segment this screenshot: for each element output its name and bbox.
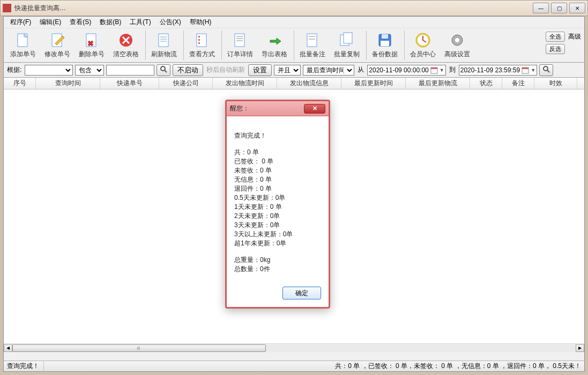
scroll-left-icon[interactable]: ◀ [4, 344, 12, 352]
menu-view[interactable]: 查看(S) [65, 17, 95, 28]
toolbar-batch-copy[interactable]: 批量复制 [330, 31, 364, 60]
menu-program[interactable]: 程序(F) [6, 17, 35, 28]
toolbar-settings[interactable]: 高级设置 [440, 31, 474, 60]
status-left: 查询完成！ [7, 362, 44, 371]
filter-search-button[interactable] [539, 64, 553, 76]
window-title: 快递批量查询高… [14, 4, 531, 13]
horizontal-scrollbar[interactable]: ◀ ▶ [4, 343, 584, 352]
toolbar-backup[interactable]: 备份数据 [366, 31, 402, 60]
toolbar-edit[interactable]: 修改单号 [40, 31, 75, 60]
from-label: 从 [356, 65, 365, 74]
toolbar-view[interactable]: 查看方式 [183, 31, 219, 60]
chevron-down-icon: ▼ [531, 68, 535, 73]
dialog-line: 共：0 单 [234, 148, 321, 157]
invert-selection-button[interactable]: 反选 [546, 44, 565, 54]
col-remark[interactable]: 备注 [502, 78, 534, 89]
col-status[interactable]: 状态 [470, 78, 502, 89]
toolbar-detail[interactable]: 订单详情 [221, 31, 257, 60]
svg-rect-31 [431, 68, 437, 69]
toolbar-batch-note[interactable]: 批量备注 [294, 31, 330, 60]
toolbar-export[interactable]: 导出表格 [257, 31, 292, 60]
menu-edit[interactable]: 编辑(E) [35, 17, 65, 28]
dialog-line: 2天未更新：0单 [234, 212, 321, 221]
svg-rect-22 [382, 34, 388, 39]
status-bar: 查询完成！ 共：0 单 ，已签收： 0 单，未签收： 0 单 ，无信息：0 单 … [4, 361, 584, 371]
and-select[interactable]: 并且 [274, 65, 301, 76]
toolbar-right: 全选 高级 反选 [546, 32, 581, 54]
status-right: 共：0 单 ，已签收： 0 单，未签收： 0 单 ，无信息：0 单 ，退回件：0… [335, 362, 581, 371]
contain-select[interactable]: 包含 [75, 65, 104, 76]
window-close-button[interactable]: ✕ [569, 3, 585, 13]
scroll-thumb[interactable] [12, 344, 266, 352]
basis-select[interactable] [25, 65, 73, 76]
svg-rect-33 [522, 68, 529, 69]
dialog-body: 查询完成！ 共：0 单 已签收： 0 单 未签收：0 单 无信息：0 单 退回件… [227, 116, 329, 281]
select-all-button[interactable]: 全选 [546, 32, 565, 42]
window-title-bar: 快递批量查询高… — ▢ ✕ [0, 0, 588, 16]
toolbar-delete[interactable]: 删除单号 [75, 31, 109, 60]
toolbar-clear[interactable]: 清空表格 [109, 31, 143, 60]
result-dialog: 醒您： ✕ 查询完成！ 共：0 单 已签收： 0 单 未签收：0 单 无信息：0… [225, 100, 330, 309]
scroll-track[interactable] [12, 344, 576, 352]
magnifier-icon [160, 65, 167, 73]
col-index[interactable]: 序号 [4, 78, 36, 89]
view-icon [193, 32, 211, 49]
dialog-ok-button[interactable]: 确定 [282, 287, 321, 299]
doc-delete-icon [83, 32, 100, 49]
dialog-close-button[interactable]: ✕ [304, 104, 325, 114]
advanced-label: 高级 [568, 32, 581, 41]
toolbar-add[interactable]: 添加单号 [6, 31, 40, 60]
col-query-time[interactable]: 查询时间 [36, 78, 100, 89]
dialog-line: 1天未更新：0 单 [234, 202, 321, 212]
magnifier-icon [542, 65, 550, 73]
svg-line-29 [165, 70, 167, 72]
backup-icon [376, 32, 393, 49]
dialog-count: 总数量：0件 [234, 265, 321, 274]
menu-announce[interactable]: 公告(X) [155, 17, 185, 28]
menu-data[interactable]: 数据(B) [95, 17, 125, 28]
filter-bar: 根据: 包含 不启动 秒后自动刷新 设置 并且 最后查询时间 从 2020-11… [4, 63, 584, 78]
calendar-icon [522, 66, 529, 74]
dialog-line: 未签收：0 单 [234, 166, 321, 175]
svg-rect-23 [381, 41, 389, 46]
basis-label: 根据: [6, 65, 23, 74]
date-to-field[interactable]: 2020-11-09 23:59:59 ▼ [459, 65, 537, 76]
svg-line-35 [547, 70, 549, 72]
dialog-title-bar[interactable]: 醒您： ✕ [227, 101, 329, 116]
toolbar: 添加单号 修改单号 删除单号 清空表格 刷新物流 [4, 28, 584, 63]
search-input[interactable] [106, 65, 154, 76]
col-tracking-no[interactable]: 快递单号 [100, 78, 159, 89]
toolbar-refresh[interactable]: 刷新物流 [145, 31, 181, 60]
svg-rect-11 [198, 42, 200, 44]
refresh-icon [155, 32, 173, 49]
dialog-line: 3天以上未更新：0单 [234, 230, 321, 239]
col-aging[interactable]: 时效 [534, 78, 577, 89]
col-ship-info[interactable]: 发出物流信息 [277, 78, 341, 89]
clear-icon [117, 32, 135, 49]
batch-note-icon [304, 32, 321, 49]
time-type-select[interactable]: 最后查询时间 [303, 65, 354, 76]
toolbar-member[interactable]: 会员中心 [404, 31, 440, 60]
doc-edit-icon [49, 32, 66, 49]
doc-add-icon [14, 32, 32, 49]
window-minimize-button[interactable]: — [533, 3, 549, 13]
scroll-right-icon[interactable]: ▶ [576, 344, 584, 352]
col-company[interactable]: 快递公司 [159, 78, 213, 89]
dialog-line: 退回件：0 单 [234, 184, 321, 193]
svg-rect-20 [344, 33, 352, 43]
menu-help[interactable]: 帮助(H) [185, 17, 216, 28]
col-last-update-time[interactable]: 最后更新时间 [341, 78, 406, 89]
svg-point-28 [161, 66, 165, 71]
dialog-line: 无信息：0 单 [234, 175, 321, 184]
search-button[interactable] [157, 64, 170, 76]
chevron-down-icon: ▼ [440, 68, 444, 73]
window-maximize-button[interactable]: ▢ [551, 3, 567, 13]
auto-refresh-label: 秒后自动刷新 [205, 65, 246, 74]
date-from-field[interactable]: 2020-11-09 00:00:00 ▼ [367, 65, 445, 76]
menu-tools[interactable]: 工具(T) [125, 17, 155, 28]
not-started-button[interactable]: 不启动 [173, 64, 203, 76]
col-last-update-info[interactable]: 最后更新物流 [406, 78, 470, 89]
col-ship-time[interactable]: 发出物流时间 [213, 78, 277, 89]
svg-rect-8 [197, 34, 206, 47]
settings-button-small[interactable]: 设置 [248, 64, 272, 76]
